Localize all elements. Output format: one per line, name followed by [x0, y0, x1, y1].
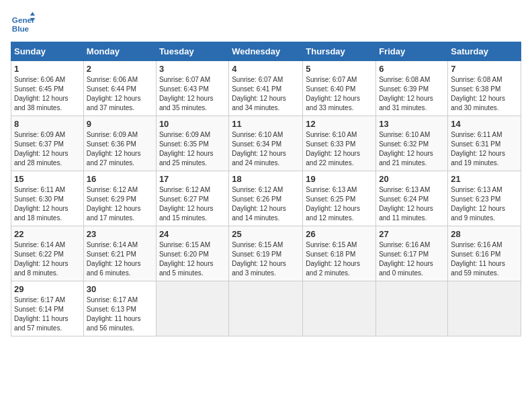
day-info: Sunrise: 6:09 AM Sunset: 6:37 PM Dayligh…: [14, 130, 81, 168]
header-row: SundayMondayTuesdayWednesdayThursdayFrid…: [11, 42, 521, 61]
day-number: 6: [379, 64, 445, 74]
calendar-cell: 28Sunrise: 6:16 AM Sunset: 6:16 PM Dayli…: [448, 226, 521, 281]
day-info: Sunrise: 6:15 AM Sunset: 6:20 PM Dayligh…: [159, 240, 226, 278]
day-info: Sunrise: 6:12 AM Sunset: 6:29 PM Dayligh…: [87, 185, 153, 223]
day-info: Sunrise: 6:17 AM Sunset: 6:14 PM Dayligh…: [14, 295, 81, 333]
day-info: Sunrise: 6:12 AM Sunset: 6:27 PM Dayligh…: [159, 185, 226, 223]
day-number: 26: [306, 229, 373, 239]
calendar-cell: 17Sunrise: 6:12 AM Sunset: 6:27 PM Dayli…: [156, 171, 228, 226]
day-number: 25: [232, 229, 300, 239]
calendar-cell: 27Sunrise: 6:16 AM Sunset: 6:17 PM Dayli…: [376, 226, 448, 281]
day-info: Sunrise: 6:11 AM Sunset: 6:31 PM Dayligh…: [451, 130, 518, 168]
day-info: Sunrise: 6:15 AM Sunset: 6:18 PM Dayligh…: [306, 240, 373, 278]
day-info: Sunrise: 6:11 AM Sunset: 6:30 PM Dayligh…: [14, 185, 81, 223]
day-number: 3: [159, 64, 226, 74]
day-number: 12: [306, 119, 373, 129]
header-cell-wednesday: Wednesday: [229, 42, 303, 61]
calendar-cell: 1Sunrise: 6:06 AM Sunset: 6:45 PM Daylig…: [11, 61, 84, 116]
calendar-cell: 9Sunrise: 6:09 AM Sunset: 6:36 PM Daylig…: [83, 116, 156, 171]
day-number: 24: [159, 229, 226, 239]
header-cell-tuesday: Tuesday: [156, 42, 228, 61]
logo-icon: General Blue: [11, 11, 35, 35]
calendar-cell: 12Sunrise: 6:10 AM Sunset: 6:33 PM Dayli…: [303, 116, 376, 171]
calendar-cell: 6Sunrise: 6:08 AM Sunset: 6:39 PM Daylig…: [376, 61, 448, 116]
calendar-cell: 22Sunrise: 6:14 AM Sunset: 6:22 PM Dayli…: [11, 226, 84, 281]
day-info: Sunrise: 6:14 AM Sunset: 6:21 PM Dayligh…: [87, 240, 153, 278]
header-cell-sunday: Sunday: [11, 42, 84, 61]
day-number: 2: [87, 64, 153, 74]
calendar-cell: 29Sunrise: 6:17 AM Sunset: 6:14 PM Dayli…: [11, 281, 84, 336]
header-cell-friday: Friday: [376, 42, 448, 61]
day-info: Sunrise: 6:08 AM Sunset: 6:39 PM Dayligh…: [379, 75, 445, 113]
day-info: Sunrise: 6:17 AM Sunset: 6:13 PM Dayligh…: [87, 295, 153, 333]
day-info: Sunrise: 6:06 AM Sunset: 6:45 PM Dayligh…: [14, 75, 81, 113]
day-number: 1: [14, 64, 81, 74]
calendar-cell: 24Sunrise: 6:15 AM Sunset: 6:20 PM Dayli…: [156, 226, 228, 281]
day-info: Sunrise: 6:14 AM Sunset: 6:22 PM Dayligh…: [14, 240, 81, 278]
day-info: Sunrise: 6:08 AM Sunset: 6:38 PM Dayligh…: [451, 75, 518, 113]
week-row-5: 29Sunrise: 6:17 AM Sunset: 6:14 PM Dayli…: [11, 281, 521, 336]
calendar-body: 1Sunrise: 6:06 AM Sunset: 6:45 PM Daylig…: [11, 61, 521, 336]
day-number: 8: [14, 119, 81, 129]
day-info: Sunrise: 6:07 AM Sunset: 6:40 PM Dayligh…: [306, 75, 373, 113]
week-row-3: 15Sunrise: 6:11 AM Sunset: 6:30 PM Dayli…: [11, 171, 521, 226]
calendar-header: SundayMondayTuesdayWednesdayThursdayFrid…: [11, 42, 521, 61]
calendar-cell: 10Sunrise: 6:09 AM Sunset: 6:35 PM Dayli…: [156, 116, 228, 171]
day-info: Sunrise: 6:07 AM Sunset: 6:41 PM Dayligh…: [232, 75, 300, 113]
calendar-cell: 18Sunrise: 6:12 AM Sunset: 6:26 PM Dayli…: [229, 171, 303, 226]
day-info: Sunrise: 6:06 AM Sunset: 6:44 PM Dayligh…: [87, 75, 153, 113]
day-number: 21: [451, 174, 518, 184]
day-info: Sunrise: 6:13 AM Sunset: 6:23 PM Dayligh…: [451, 185, 518, 223]
day-info: Sunrise: 6:16 AM Sunset: 6:17 PM Dayligh…: [379, 240, 445, 278]
day-number: 17: [159, 174, 226, 184]
day-number: 11: [232, 119, 300, 129]
day-info: Sunrise: 6:13 AM Sunset: 6:24 PM Dayligh…: [379, 185, 445, 223]
day-number: 15: [14, 174, 81, 184]
day-info: Sunrise: 6:13 AM Sunset: 6:25 PM Dayligh…: [306, 185, 373, 223]
calendar-cell: 30Sunrise: 6:17 AM Sunset: 6:13 PM Dayli…: [83, 281, 156, 336]
svg-marker-2: [30, 12, 35, 15]
day-info: Sunrise: 6:09 AM Sunset: 6:35 PM Dayligh…: [159, 130, 226, 168]
calendar-cell: [303, 281, 376, 336]
day-number: 5: [306, 64, 373, 74]
calendar-cell: 20Sunrise: 6:13 AM Sunset: 6:24 PM Dayli…: [376, 171, 448, 226]
calendar-cell: 16Sunrise: 6:12 AM Sunset: 6:29 PM Dayli…: [83, 171, 156, 226]
day-number: 18: [232, 174, 300, 184]
day-info: Sunrise: 6:15 AM Sunset: 6:19 PM Dayligh…: [232, 240, 300, 278]
calendar-cell: 2Sunrise: 6:06 AM Sunset: 6:44 PM Daylig…: [83, 61, 156, 116]
day-number: 14: [451, 119, 518, 129]
header-cell-thursday: Thursday: [303, 42, 376, 61]
week-row-2: 8Sunrise: 6:09 AM Sunset: 6:37 PM Daylig…: [11, 116, 521, 171]
calendar-cell: 21Sunrise: 6:13 AM Sunset: 6:23 PM Dayli…: [448, 171, 521, 226]
day-number: 30: [87, 284, 153, 294]
calendar-cell: 5Sunrise: 6:07 AM Sunset: 6:40 PM Daylig…: [303, 61, 376, 116]
logo: General Blue: [11, 11, 35, 35]
day-info: Sunrise: 6:10 AM Sunset: 6:33 PM Dayligh…: [306, 130, 373, 168]
day-info: Sunrise: 6:07 AM Sunset: 6:43 PM Dayligh…: [159, 75, 226, 113]
calendar-cell: 3Sunrise: 6:07 AM Sunset: 6:43 PM Daylig…: [156, 61, 228, 116]
day-number: 27: [379, 229, 445, 239]
day-number: 20: [379, 174, 445, 184]
calendar-cell: 25Sunrise: 6:15 AM Sunset: 6:19 PM Dayli…: [229, 226, 303, 281]
calendar-cell: 7Sunrise: 6:08 AM Sunset: 6:38 PM Daylig…: [448, 61, 521, 116]
calendar-cell: [376, 281, 448, 336]
calendar-cell: [448, 281, 521, 336]
calendar-cell: 26Sunrise: 6:15 AM Sunset: 6:18 PM Dayli…: [303, 226, 376, 281]
page-header: General Blue: [11, 11, 521, 35]
day-number: 10: [159, 119, 226, 129]
svg-text:Blue: Blue: [12, 24, 30, 33]
day-number: 7: [451, 64, 518, 74]
day-info: Sunrise: 6:16 AM Sunset: 6:16 PM Dayligh…: [451, 240, 518, 278]
day-number: 4: [232, 64, 300, 74]
calendar-table: SundayMondayTuesdayWednesdayThursdayFrid…: [11, 42, 521, 336]
day-info: Sunrise: 6:12 AM Sunset: 6:26 PM Dayligh…: [232, 185, 300, 223]
week-row-4: 22Sunrise: 6:14 AM Sunset: 6:22 PM Dayli…: [11, 226, 521, 281]
calendar-cell: [156, 281, 228, 336]
day-number: 28: [451, 229, 518, 239]
calendar-cell: 13Sunrise: 6:10 AM Sunset: 6:32 PM Dayli…: [376, 116, 448, 171]
day-number: 16: [87, 174, 153, 184]
calendar-cell: 8Sunrise: 6:09 AM Sunset: 6:37 PM Daylig…: [11, 116, 84, 171]
calendar-cell: [229, 281, 303, 336]
day-number: 19: [306, 174, 373, 184]
day-number: 9: [87, 119, 153, 129]
